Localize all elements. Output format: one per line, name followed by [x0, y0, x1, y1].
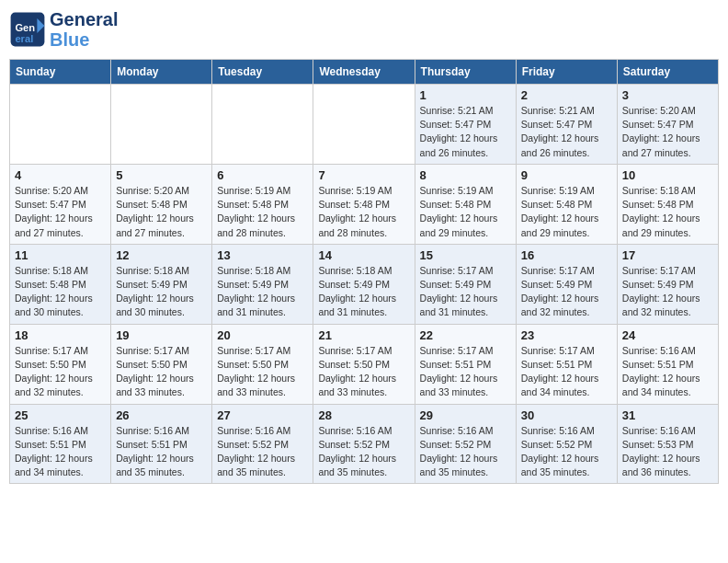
day-number: 30	[521, 408, 612, 422]
day-info: Sunrise: 5:18 AM Sunset: 5:49 PM Dayligh…	[318, 264, 409, 320]
calendar-cell: 9Sunrise: 5:19 AM Sunset: 5:48 PM Daylig…	[516, 164, 617, 244]
calendar-week-5: 25Sunrise: 5:16 AM Sunset: 5:51 PM Dayli…	[10, 404, 719, 484]
day-info: Sunrise: 5:21 AM Sunset: 5:47 PM Dayligh…	[521, 104, 612, 160]
svg-text:Gen: Gen	[15, 22, 35, 33]
page-header: Gen eral General Blue	[9, 9, 719, 50]
day-info: Sunrise: 5:19 AM Sunset: 5:48 PM Dayligh…	[420, 184, 511, 240]
day-number: 16	[521, 248, 612, 262]
weekday-header-thursday: Thursday	[415, 60, 516, 85]
calendar-cell: 21Sunrise: 5:17 AM Sunset: 5:50 PM Dayli…	[313, 324, 415, 404]
calendar-cell: 6Sunrise: 5:19 AM Sunset: 5:48 PM Daylig…	[212, 164, 313, 244]
day-info: Sunrise: 5:17 AM Sunset: 5:50 PM Dayligh…	[116, 344, 207, 400]
calendar-cell	[212, 85, 313, 165]
day-number: 20	[217, 328, 308, 342]
day-number: 18	[15, 328, 106, 342]
day-info: Sunrise: 5:17 AM Sunset: 5:49 PM Dayligh…	[622, 264, 713, 320]
calendar-cell: 8Sunrise: 5:19 AM Sunset: 5:48 PM Daylig…	[415, 164, 516, 244]
calendar-cell: 30Sunrise: 5:16 AM Sunset: 5:52 PM Dayli…	[516, 404, 617, 484]
day-info: Sunrise: 5:16 AM Sunset: 5:51 PM Dayligh…	[15, 424, 106, 480]
day-info: Sunrise: 5:16 AM Sunset: 5:52 PM Dayligh…	[521, 424, 612, 480]
day-info: Sunrise: 5:17 AM Sunset: 5:50 PM Dayligh…	[217, 344, 308, 400]
day-number: 9	[521, 168, 612, 182]
calendar-week-4: 18Sunrise: 5:17 AM Sunset: 5:50 PM Dayli…	[10, 324, 719, 404]
calendar-cell: 24Sunrise: 5:16 AM Sunset: 5:51 PM Dayli…	[617, 324, 718, 404]
day-number: 26	[116, 408, 207, 422]
day-number: 3	[622, 88, 713, 102]
day-number: 24	[622, 328, 713, 342]
day-number: 28	[318, 408, 409, 422]
calendar-header-row: SundayMondayTuesdayWednesdayThursdayFrid…	[10, 60, 719, 85]
weekday-header-wednesday: Wednesday	[313, 60, 415, 85]
calendar-cell: 15Sunrise: 5:17 AM Sunset: 5:49 PM Dayli…	[415, 244, 516, 324]
day-info: Sunrise: 5:20 AM Sunset: 5:48 PM Dayligh…	[116, 184, 207, 240]
day-number: 12	[116, 248, 207, 262]
day-info: Sunrise: 5:16 AM Sunset: 5:53 PM Dayligh…	[622, 424, 713, 480]
calendar-cell: 31Sunrise: 5:16 AM Sunset: 5:53 PM Dayli…	[617, 404, 718, 484]
day-info: Sunrise: 5:17 AM Sunset: 5:49 PM Dayligh…	[521, 264, 612, 320]
calendar-cell: 25Sunrise: 5:16 AM Sunset: 5:51 PM Dayli…	[10, 404, 111, 484]
logo: Gen eral General Blue	[9, 9, 118, 50]
day-number: 5	[116, 168, 207, 182]
weekday-header-sunday: Sunday	[10, 60, 111, 85]
day-number: 2	[521, 88, 612, 102]
calendar-cell: 14Sunrise: 5:18 AM Sunset: 5:49 PM Dayli…	[313, 244, 415, 324]
logo-name-blue: Blue	[50, 29, 118, 50]
weekday-header-friday: Friday	[516, 60, 617, 85]
day-info: Sunrise: 5:19 AM Sunset: 5:48 PM Dayligh…	[318, 184, 409, 240]
weekday-header-monday: Monday	[111, 60, 212, 85]
day-number: 22	[420, 328, 511, 342]
day-number: 17	[622, 248, 713, 262]
day-info: Sunrise: 5:17 AM Sunset: 5:51 PM Dayligh…	[521, 344, 612, 400]
calendar-cell: 19Sunrise: 5:17 AM Sunset: 5:50 PM Dayli…	[111, 324, 212, 404]
calendar-cell: 26Sunrise: 5:16 AM Sunset: 5:51 PM Dayli…	[111, 404, 212, 484]
day-info: Sunrise: 5:16 AM Sunset: 5:51 PM Dayligh…	[116, 424, 207, 480]
calendar-cell	[10, 85, 111, 165]
calendar-cell: 12Sunrise: 5:18 AM Sunset: 5:49 PM Dayli…	[111, 244, 212, 324]
day-info: Sunrise: 5:20 AM Sunset: 5:47 PM Dayligh…	[15, 184, 106, 240]
day-info: Sunrise: 5:18 AM Sunset: 5:48 PM Dayligh…	[622, 184, 713, 240]
calendar-cell: 18Sunrise: 5:17 AM Sunset: 5:50 PM Dayli…	[10, 324, 111, 404]
calendar-cell	[111, 85, 212, 165]
day-number: 4	[15, 168, 106, 182]
day-number: 7	[318, 168, 409, 182]
day-info: Sunrise: 5:16 AM Sunset: 5:52 PM Dayligh…	[217, 424, 308, 480]
calendar-cell: 20Sunrise: 5:17 AM Sunset: 5:50 PM Dayli…	[212, 324, 313, 404]
day-number: 25	[15, 408, 106, 422]
svg-text:eral: eral	[15, 33, 33, 44]
day-number: 11	[15, 248, 106, 262]
day-number: 14	[318, 248, 409, 262]
day-number: 29	[420, 408, 511, 422]
day-number: 1	[420, 88, 511, 102]
calendar-cell: 22Sunrise: 5:17 AM Sunset: 5:51 PM Dayli…	[415, 324, 516, 404]
day-info: Sunrise: 5:16 AM Sunset: 5:52 PM Dayligh…	[318, 424, 409, 480]
day-info: Sunrise: 5:20 AM Sunset: 5:47 PM Dayligh…	[622, 104, 713, 160]
day-number: 10	[622, 168, 713, 182]
calendar-cell: 27Sunrise: 5:16 AM Sunset: 5:52 PM Dayli…	[212, 404, 313, 484]
day-number: 31	[622, 408, 713, 422]
day-number: 15	[420, 248, 511, 262]
weekday-header-saturday: Saturday	[617, 60, 718, 85]
day-info: Sunrise: 5:18 AM Sunset: 5:49 PM Dayligh…	[116, 264, 207, 320]
calendar-cell: 23Sunrise: 5:17 AM Sunset: 5:51 PM Dayli…	[516, 324, 617, 404]
day-info: Sunrise: 5:17 AM Sunset: 5:49 PM Dayligh…	[420, 264, 511, 320]
day-number: 13	[217, 248, 308, 262]
logo-name-general: General	[50, 9, 118, 29]
logo-icon: Gen eral	[9, 11, 46, 48]
calendar-week-3: 11Sunrise: 5:18 AM Sunset: 5:48 PM Dayli…	[10, 244, 719, 324]
day-info: Sunrise: 5:16 AM Sunset: 5:52 PM Dayligh…	[420, 424, 511, 480]
calendar-cell: 3Sunrise: 5:20 AM Sunset: 5:47 PM Daylig…	[617, 85, 718, 165]
weekday-header-tuesday: Tuesday	[212, 60, 313, 85]
calendar-table: SundayMondayTuesdayWednesdayThursdayFrid…	[9, 59, 719, 484]
day-info: Sunrise: 5:21 AM Sunset: 5:47 PM Dayligh…	[420, 104, 511, 160]
calendar-cell: 10Sunrise: 5:18 AM Sunset: 5:48 PM Dayli…	[617, 164, 718, 244]
calendar-cell: 28Sunrise: 5:16 AM Sunset: 5:52 PM Dayli…	[313, 404, 415, 484]
day-number: 6	[217, 168, 308, 182]
calendar-cell: 1Sunrise: 5:21 AM Sunset: 5:47 PM Daylig…	[415, 85, 516, 165]
calendar-cell: 7Sunrise: 5:19 AM Sunset: 5:48 PM Daylig…	[313, 164, 415, 244]
day-number: 8	[420, 168, 511, 182]
day-info: Sunrise: 5:17 AM Sunset: 5:50 PM Dayligh…	[318, 344, 409, 400]
day-number: 21	[318, 328, 409, 342]
day-number: 27	[217, 408, 308, 422]
day-info: Sunrise: 5:17 AM Sunset: 5:51 PM Dayligh…	[420, 344, 511, 400]
calendar-cell: 5Sunrise: 5:20 AM Sunset: 5:48 PM Daylig…	[111, 164, 212, 244]
